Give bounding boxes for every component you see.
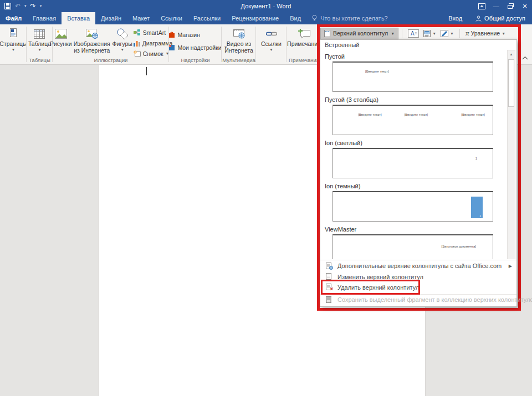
save-icon[interactable]: [4, 3, 11, 9]
close-button[interactable]: ✕: [518, 0, 532, 12]
online-pictures-button[interactable]: Изображения из Интернета: [73, 27, 111, 54]
quick-parts-button[interactable]: ▼: [421, 28, 438, 39]
menu-item-label: Удалить верхний колонтитул: [337, 284, 419, 291]
customize-qat-icon[interactable]: ▾: [40, 4, 42, 8]
screenshot-label: Снимок: [143, 50, 163, 57]
menu-item-save-selection: Сохранить выделенный фрагмент в коллекци…: [320, 294, 516, 305]
tab-references[interactable]: Ссылки: [155, 12, 188, 24]
tabrow-spacer: [393, 12, 442, 24]
group-illustrations: Рисунки Изображения из Интернета Фигуры …: [53, 24, 169, 64]
tab-layout[interactable]: Макет: [127, 12, 155, 24]
window-controls: — ✕: [474, 0, 532, 12]
pictures-button[interactable]: Рисунки: [49, 27, 73, 48]
table-button[interactable]: Таблица ▼: [27, 27, 52, 52]
group-label-tables: Таблицы: [27, 57, 53, 63]
undo-icon[interactable]: ↶: [15, 3, 21, 9]
screenshot-icon: [134, 50, 141, 56]
comment-icon: [298, 27, 311, 40]
links-button[interactable]: Ссылки ▼: [260, 27, 283, 52]
pages-button[interactable]: Страницы ▼: [0, 27, 28, 52]
office-com-icon: [325, 263, 333, 270]
gallery-scrollbar[interactable]: ▲ ▼: [507, 50, 515, 259]
online-video-label: Видео из Интернета: [224, 41, 254, 54]
chevron-down-icon: ▼: [120, 48, 124, 52]
header-gallery-panel: Встроенный Пустой [Введите текст] Пустой…: [320, 39, 517, 307]
group-media: Видео из Интернета Мультимедиа: [222, 24, 256, 64]
chart-button[interactable]: Диаграмма: [134, 38, 173, 48]
gallery-item-name: Пустой (3 столбца): [325, 96, 516, 103]
comment-label: Примечание: [287, 41, 321, 48]
illustrations-stack: SmartArt Диаграмма Снимок ▼: [134, 27, 173, 58]
undo-dropdown-icon[interactable]: ▾: [24, 4, 27, 8]
chart-label: Диаграмма: [142, 40, 173, 47]
sign-in-button[interactable]: Вход: [442, 12, 469, 24]
smartart-button[interactable]: SmartArt: [134, 28, 173, 37]
ribbon-display-options-icon[interactable]: [474, 0, 489, 12]
text-box-button[interactable]: A≡: [406, 28, 421, 39]
shapes-button[interactable]: Фигуры ▼: [111, 27, 134, 52]
redo-icon[interactable]: ↷: [30, 3, 36, 9]
gallery-item-ion-light[interactable]: Ion (светлый) 1: [320, 140, 516, 178]
gallery-item-blank-3col[interactable]: Пустой (3 столбца) [Введите текст] [Введ…: [320, 96, 516, 135]
tab-design[interactable]: Дизайн: [95, 12, 127, 24]
gallery-item-blank[interactable]: Пустой [Введите текст]: [320, 53, 516, 92]
ribbon-strip-under-annotation: Верхний колонтитул ▼ A≡ ▼ ▼ π: [320, 27, 518, 39]
share-button[interactable]: Общий доступ: [469, 12, 532, 24]
header-gallery: Пустой [Введите текст] Пустой (3 столбца…: [320, 49, 516, 259]
placeholder-text: [Введите текст]: [358, 113, 382, 116]
tell-me-box[interactable]: Что вы хотите сделать?: [306, 12, 393, 24]
signature-line-button[interactable]: ▼: [438, 28, 456, 39]
header-dropdown-menu: Дополнительные верхние колонтитулы с сай…: [320, 260, 516, 306]
gallery-item-ion-dark[interactable]: Ion (темный) 1: [320, 183, 516, 222]
store-label: Магазин: [177, 32, 200, 38]
pages-icon: [8, 27, 18, 40]
links-label: Ссылки: [261, 41, 282, 48]
online-pictures-icon: [86, 27, 98, 40]
scrollbar-thumb[interactable]: [508, 59, 514, 107]
tab-file[interactable]: Файл: [0, 12, 27, 24]
tab-review[interactable]: Рецензирование: [226, 12, 284, 24]
tab-mailings[interactable]: Рассылки: [188, 12, 226, 24]
signature-pen-icon: [441, 30, 448, 37]
menu-item-edit-header[interactable]: Изменить верхний колонтитул: [320, 271, 516, 282]
placeholder-text: [Введите текст]: [365, 70, 389, 73]
text-box-icon: A≡: [408, 29, 419, 38]
restore-button[interactable]: [503, 0, 518, 12]
gallery-item-name: ViewMaster: [325, 226, 516, 233]
scrollbar-up-icon[interactable]: ▲: [508, 50, 515, 58]
placeholder-text: [Введите текст]: [461, 113, 485, 116]
pi-icon: π: [466, 29, 469, 38]
tab-home[interactable]: Главная: [27, 12, 62, 24]
collapse-ribbon-icon[interactable]: [522, 56, 528, 60]
menu-item-remove-header[interactable]: ✕ Удалить верхний колонтитул: [320, 282, 516, 292]
remove-header-icon: ✕: [325, 284, 333, 291]
placeholder-text: [Заголовок документа]: [442, 245, 476, 248]
my-addins-button[interactable]: Мои надстройки ▼: [168, 43, 227, 52]
lightbulb-icon: [312, 15, 317, 22]
menu-item-label: Изменить верхний колонтитул: [337, 274, 423, 280]
header-button[interactable]: Верхний колонтитул ▼: [320, 28, 398, 39]
placeholder-text: [Введите текст]: [404, 113, 428, 116]
text-cursor: [146, 67, 147, 75]
gallery-item-thumbnail: [Введите текст] [Введите текст] [Введите…: [332, 105, 493, 135]
group-addins: Магазин Мои надстройки ▼ Надстройки: [169, 24, 222, 64]
shapes-icon: [116, 27, 129, 40]
word-window: ↶ ▾ ↷ ▾ Документ1 - Word — ✕ Файл Главна…: [0, 0, 532, 396]
gallery-item-name: Ion (темный): [325, 183, 516, 189]
tab-view[interactable]: Вид: [284, 12, 306, 24]
group-comments: Примечание Примечания: [287, 24, 321, 64]
scrollbar-down-icon[interactable]: ▼: [508, 259, 515, 259]
store-button[interactable]: Магазин: [168, 30, 227, 39]
menu-item-more-headers[interactable]: Дополнительные верхние колонтитулы с сай…: [320, 260, 516, 271]
chart-icon: [134, 40, 140, 47]
chevron-down-icon: ▼: [450, 32, 454, 35]
tell-me-label: Что вы хотите сделать?: [320, 15, 388, 22]
gallery-item-thumbnail: 1: [332, 148, 493, 178]
online-video-button[interactable]: Видео из Интернета: [223, 27, 255, 54]
gallery-item-viewmaster[interactable]: ViewMaster [Заголовок документа]: [320, 226, 516, 259]
equation-label: Уравнение: [471, 30, 500, 37]
page-number-text: 1: [479, 214, 481, 218]
equation-button[interactable]: π Уравнение ▼: [463, 28, 508, 39]
minimize-button[interactable]: —: [489, 0, 503, 12]
tab-insert[interactable]: Вставка: [62, 12, 95, 24]
